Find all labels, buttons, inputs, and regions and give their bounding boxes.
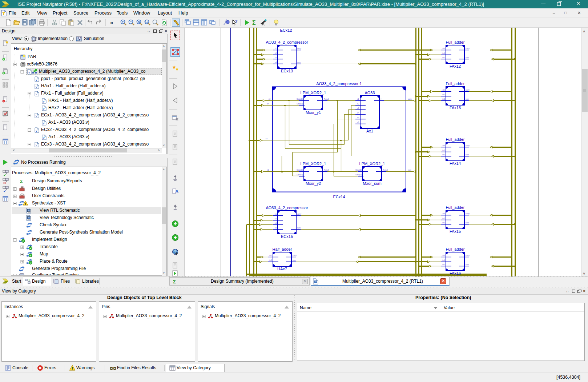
svg-text:sum: sum: [408, 169, 411, 171]
svg-text:LPM_XOR2_1: LPM_XOR2_1: [301, 162, 326, 166]
svg-text:Half_adder: Half_adder: [273, 247, 292, 251]
svg-text:FAx14: FAx14: [450, 161, 461, 166]
svg-text:cin: cin: [443, 254, 445, 256]
svg-text:carry: carry: [466, 212, 470, 215]
svg-text:Data(0): Data(0): [355, 169, 362, 171]
svg-text:sum: sum: [466, 154, 469, 156]
svg-text:!: !: [72, 367, 73, 371]
svg-text:in2: in2: [442, 263, 445, 266]
svg-text:v: v: [43, 122, 45, 125]
svg-text:Result: Result: [383, 169, 388, 171]
svg-text:ECx15: ECx15: [281, 234, 293, 239]
svg-text:in1: in1: [442, 93, 445, 96]
svg-text:Full_adder: Full_adder: [446, 137, 465, 142]
svg-text:Full_adder: Full_adder: [446, 247, 465, 251]
svg-text:x4: x4: [275, 227, 277, 229]
svg-text:AO33_4_2_compressor: AO33_4_2_compressor: [266, 40, 308, 44]
svg-text:A: A: [175, 189, 179, 194]
svg-text:x1: x1: [267, 169, 269, 171]
svg-text:Mxor_y1: Mxor_y1: [306, 110, 321, 115]
svg-text:v: v: [43, 100, 45, 103]
svg-text:v: v: [36, 92, 37, 96]
svg-text:AO33_4_2_compressor: AO33_4_2_compressor: [266, 206, 308, 210]
svg-text:v: v: [36, 85, 37, 89]
svg-text:AO33: AO33: [365, 91, 375, 95]
svg-text:Full_adder: Full_adder: [446, 81, 465, 86]
svg-text:Data(0): Data(0): [297, 169, 303, 171]
svg-text:Ax1: Ax1: [366, 129, 373, 133]
svg-text:sum: sum: [466, 263, 469, 266]
svg-text:in2: in2: [442, 56, 445, 59]
svg-text:x1: x1: [275, 213, 277, 215]
svg-text:in1: in1: [442, 259, 445, 261]
svg-text:x6: x6: [357, 121, 359, 123]
svg-text:ECx14: ECx14: [333, 195, 345, 199]
svg-text:Σ: Σ: [173, 279, 176, 284]
svg-text:x5: x5: [357, 116, 359, 119]
svg-text:sum: sum: [293, 259, 296, 261]
svg-text:carry: carry: [466, 144, 470, 147]
svg-text:AO33_4_2_compressor:1: AO33_4_2_compressor:1: [316, 81, 362, 86]
svg-text:v: v: [28, 71, 30, 74]
svg-text:in1: in1: [442, 217, 445, 219]
svg-text:carry: carry: [466, 89, 470, 91]
svg-text:in1: in1: [269, 254, 272, 256]
svg-text:v: v: [36, 129, 37, 132]
svg-text:in2: in2: [442, 222, 445, 224]
svg-text:in1: in1: [442, 149, 445, 151]
svg-text:ECx13: ECx13: [281, 69, 293, 73]
svg-text:v: v: [36, 114, 37, 118]
svg-text:in2: in2: [442, 98, 445, 100]
svg-text:carry: carry: [297, 213, 302, 215]
svg-text:in2: in2: [269, 259, 272, 261]
svg-text:LPM_XOR2_1: LPM_XOR2_1: [359, 162, 385, 166]
svg-text:FAx15: FAx15: [450, 229, 461, 234]
svg-text:sum: sum: [466, 98, 469, 100]
svg-text:sum: sum: [466, 222, 469, 224]
svg-text:carry: carry: [466, 47, 470, 49]
svg-text:Data(1): Data(1): [297, 103, 303, 105]
svg-text:HAx7: HAx7: [277, 267, 287, 271]
svg-text:x2: x2: [275, 218, 277, 220]
svg-text:Σ: Σ: [252, 20, 256, 26]
svg-text:x3: x3: [269, 98, 271, 100]
svg-text:cin: cin: [443, 212, 445, 215]
svg-text:Σ: Σ: [20, 179, 23, 184]
svg-text:carry: carry: [408, 98, 412, 100]
svg-text:!: !: [25, 202, 26, 206]
svg-text:v: v: [36, 143, 37, 147]
svg-text:FAx13: FAx13: [450, 106, 461, 110]
svg-text:carry: carry: [297, 47, 302, 49]
svg-text:Full_adder: Full_adder: [446, 40, 465, 44]
svg-text:v: v: [43, 107, 45, 111]
svg-text:in2: in2: [442, 154, 445, 156]
svg-text:ECx12: ECx12: [280, 28, 292, 32]
svg-text:x4: x4: [267, 103, 269, 105]
svg-text:?: ?: [235, 19, 238, 24]
svg-text:cin: cin: [443, 47, 445, 49]
svg-text:FAx12: FAx12: [450, 64, 461, 68]
svg-text:iSim: iSim: [77, 40, 80, 41]
svg-text:in1: in1: [442, 52, 445, 54]
svg-text:Result: Result: [324, 169, 329, 171]
svg-text:LPM_XOR2_1: LPM_XOR2_1: [301, 91, 326, 95]
svg-text:carry: carry: [466, 254, 470, 256]
svg-text:x3: x3: [275, 56, 277, 59]
svg-text:Mxor_y2: Mxor_y2: [306, 181, 321, 186]
svg-text:x4: x4: [275, 61, 277, 63]
svg-text:v: v: [43, 136, 45, 140]
svg-text:v: v: [36, 78, 37, 81]
svg-text:cin: cin: [443, 144, 445, 147]
svg-text:sum: sum: [466, 56, 469, 59]
svg-text:x3: x3: [357, 107, 359, 109]
svg-text:Full_adder: Full_adder: [446, 205, 465, 210]
svg-text:x1: x1: [275, 47, 277, 49]
svg-text:sum: sum: [297, 61, 301, 63]
svg-text:x2: x2: [266, 138, 268, 140]
svg-text:x3: x3: [275, 222, 277, 224]
svg-text:Data(1): Data(1): [355, 174, 362, 176]
svg-text:x1: x1: [357, 98, 359, 100]
svg-text:cin: cin: [443, 89, 445, 91]
svg-text:carry: carry: [293, 254, 297, 256]
svg-text:Data(0): Data(0): [297, 98, 303, 100]
